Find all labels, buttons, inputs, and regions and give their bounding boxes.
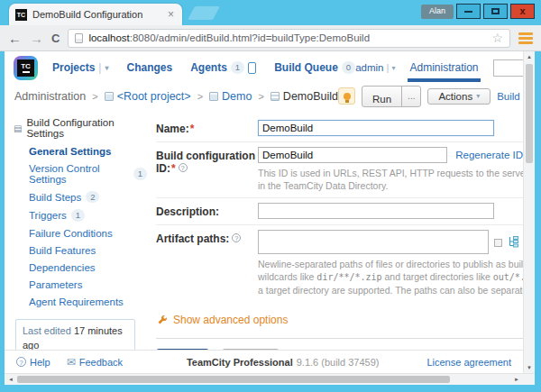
chevron-down-icon[interactable]: ▾ [105,64,108,72]
last-edited-label: Last edited [23,325,71,336]
vertical-scroll-thumb[interactable] [526,64,533,163]
license-agreement-link[interactable]: License agreement [426,357,511,368]
window-minimize-button[interactable] [456,4,481,19]
horizontal-scrollbar[interactable]: ◄ ► [5,373,535,385]
help-icon[interactable]: ? [179,163,188,172]
tab-title: DemoBuild Configuration [32,9,160,20]
pipe-separator: | [386,62,389,73]
reload-icon[interactable]: C [51,32,60,45]
sidebar-item-dependencies[interactable]: Dependencies [29,262,147,273]
teamcity-logo[interactable]: TC [14,56,38,80]
help-link[interactable]: ? Help [16,357,50,368]
last-edited-box: Last edited 17 minutes ago by admin (vie… [15,319,135,350]
window-close-button[interactable]: x [510,4,535,19]
page-icon [75,33,83,43]
project-icon [105,92,114,101]
horizontal-scroll-thumb[interactable] [17,376,450,383]
sidebar-item-build-features[interactable]: Build Features [29,245,147,256]
scroll-right-icon[interactable]: ► [514,374,519,385]
sidebar-item-parameters[interactable]: Parameters [29,279,147,290]
sidebar-item-general-settings[interactable]: General Settings [29,146,147,157]
breadcrumb-root-project[interactable]: <Root project> [105,90,191,103]
actions-button[interactable]: Actions ▾ [427,88,491,105]
build-id-input[interactable] [258,147,447,163]
browser-titlebar: TC DemoBuild Configuration × Alan x [0,0,541,25]
build-id-label: Build configuration ID:*? [156,147,258,192]
required-asterisk: * [171,162,176,175]
browser-menu-icon[interactable] [518,32,533,44]
regenerate-id-link[interactable]: Regenerate ID [455,147,523,160]
artifact-paths-textarea[interactable] [258,230,489,254]
run-options-button[interactable]: ... [401,86,421,107]
build-configuration-home-link[interactable]: Build Configuration Home [497,91,523,102]
scroll-left-icon[interactable]: ◄ [8,374,14,385]
teamcity-header: TC Projects | ▾ Changes Agents 1 [5,51,523,84]
help-circle-icon: ? [16,357,26,367]
breadcrumb: Administration > <Root project> > Demo >… [5,84,523,108]
count-badge: 1 [133,168,147,179]
sidebar-item-failure-conditions[interactable]: Failure Conditions [29,228,147,239]
back-icon[interactable]: ← [8,32,22,45]
scroll-up-icon[interactable]: ▲ [524,54,535,59]
nav-projects[interactable]: Projects | ▾ [52,61,109,74]
teamcity-favicon: TC [15,9,27,21]
browser-window: TC DemoBuild Configuration × Alan x ← → … [0,0,541,392]
name-label: Name:* [156,120,258,136]
agents-count-badge: 1 [231,61,244,73]
nav-build-queue[interactable]: Build Queue 0 [274,61,355,74]
artifact-tree-picker-icon[interactable] [508,236,519,248]
address-bar[interactable]: localhost:8080/admin/editBuild.html?id=b… [68,29,510,48]
browser-profile-button[interactable]: Alan [421,5,454,19]
tab-administration[interactable]: Administration [409,61,478,74]
minimize-icon [464,11,472,13]
vertical-scrollbar[interactable]: ▲ ▼ [523,51,535,373]
sidebar-item-agent-requirements[interactable]: Agent Requirements [29,296,147,307]
description-label: Description: [156,203,258,219]
forward-icon[interactable]: → [30,32,43,45]
pipe-separator: | [98,61,101,74]
nav-changes[interactable]: Changes [127,61,173,74]
sidebar-item-triggers[interactable]: Triggers1 [29,209,147,221]
lightbulb-icon [344,93,351,100]
browser-tab[interactable]: TC DemoBuild Configuration × [9,4,182,25]
build-id-note: This ID is used in URLs, REST API, HTTP … [258,167,523,192]
page: TC Projects | ▾ Changes Agents 1 [5,51,535,385]
breadcrumb-separator: > [197,91,203,102]
resize-grip-icon[interactable] [494,239,502,247]
hint-bulb-button[interactable] [338,87,355,105]
run-button[interactable]: Run [362,86,402,107]
queue-count-badge: 0 [342,61,355,73]
sidebar-root-item[interactable]: ▤ Build Configuration Settings [14,117,147,139]
project-icon [209,92,218,101]
show-advanced-options-link[interactable]: Show advanced options [157,314,523,326]
breadcrumb-separator: > [258,91,263,102]
name-input[interactable] [258,120,494,136]
bookmark-star-icon[interactable]: ☆ [491,32,503,44]
settings-list-icon: ▤ [14,123,22,133]
url-text[interactable]: localhost:8080/admin/editBuild.html?id=b… [88,32,486,43]
breadcrumb-administration[interactable]: Administration [14,90,86,103]
maximize-icon [491,8,500,14]
breadcrumb-demo-project[interactable]: Demo [209,90,252,103]
help-icon[interactable]: ? [232,233,241,242]
artifact-paths-note: Newline-separated paths of files or dire… [258,258,523,296]
sidebar-item-build-steps[interactable]: Build Steps2 [29,191,147,203]
build-config-icon [270,92,280,101]
description-input[interactable] [258,203,494,219]
breadcrumb-demobuild: DemoBuild [270,90,338,103]
tab-close-icon[interactable]: × [166,9,176,20]
window-maximize-button[interactable] [483,4,508,19]
breadcrumb-separator: > [92,91,97,102]
scroll-down-icon[interactable]: ▼ [524,365,535,370]
header-search-input[interactable] [493,59,524,77]
new-tab-button[interactable] [188,6,220,20]
teamcity-logo-tc: TC [17,59,34,77]
page-footer: ? Help ✉ Feedback TeamCity Professional9… [5,350,523,373]
feedback-link[interactable]: ✉ Feedback [67,356,123,369]
user-menu[interactable]: admin | ▾ [355,62,395,73]
chevron-down-icon: ▾ [391,64,395,72]
nav-agents[interactable]: Agents 1 [190,61,256,74]
sidebar-item-version-control[interactable]: Version Control Settings1 [29,163,147,185]
wrench-icon [157,315,168,325]
browser-toolbar: ← → C localhost:8080/admin/editBuild.htm… [0,25,541,51]
